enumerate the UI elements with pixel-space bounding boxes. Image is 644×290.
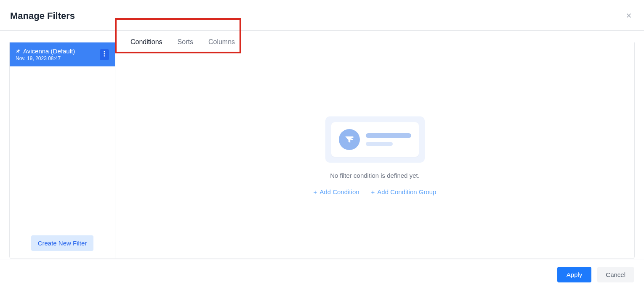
placeholder-line-2 bbox=[366, 142, 393, 146]
add-condition-group-label: Add Condition Group bbox=[377, 188, 436, 195]
plus-icon: + bbox=[314, 188, 317, 195]
close-icon bbox=[625, 11, 632, 21]
empty-state-message: No filter condition is defined yet. bbox=[330, 172, 420, 179]
filters-sidebar: Avicenna (Default) Nov. 19, 2023 08:47 C… bbox=[9, 42, 115, 259]
add-condition-label: Add Condition bbox=[319, 188, 359, 195]
conditions-content: No filter condition is defined yet. + Ad… bbox=[115, 53, 634, 258]
cancel-button[interactable]: Cancel bbox=[597, 267, 634, 282]
apply-button[interactable]: Apply bbox=[557, 267, 592, 282]
modal-footer: Apply Cancel bbox=[0, 259, 644, 290]
create-filter-wrap: Create New Filter bbox=[10, 228, 115, 258]
filter-item-avicenna[interactable]: Avicenna (Default) Nov. 19, 2023 08:47 bbox=[10, 42, 115, 66]
create-new-filter-button[interactable]: Create New Filter bbox=[31, 235, 94, 251]
plus-icon: + bbox=[371, 188, 375, 195]
filter-item-timestamp: Nov. 19, 2023 08:47 bbox=[16, 55, 75, 61]
filter-item-more-button[interactable] bbox=[100, 49, 109, 60]
filter-item-text: Avicenna (Default) Nov. 19, 2023 08:47 bbox=[16, 47, 100, 61]
modal-body: Avicenna (Default) Nov. 19, 2023 08:47 C… bbox=[0, 31, 644, 259]
empty-state-actions: + Add Condition + Add Condition Group bbox=[314, 188, 436, 195]
add-condition-button[interactable]: + Add Condition bbox=[314, 188, 359, 195]
empty-state-inner bbox=[331, 122, 419, 157]
tab-conditions[interactable]: Conditions bbox=[123, 31, 170, 53]
filter-list: Avicenna (Default) Nov. 19, 2023 08:47 bbox=[10, 42, 115, 228]
modal-title: Manage Filters bbox=[10, 11, 75, 21]
tabs-row: Conditions Sorts Columns bbox=[115, 31, 634, 53]
filter-editor-main: Conditions Sorts Columns bbox=[115, 42, 635, 259]
filter-icon bbox=[339, 129, 360, 150]
placeholder-lines bbox=[366, 133, 411, 146]
empty-state-illustration bbox=[325, 116, 425, 163]
more-vertical-icon bbox=[104, 51, 105, 58]
svg-point-2 bbox=[104, 55, 105, 56]
close-button[interactable] bbox=[624, 10, 634, 22]
modal-header: Manage Filters bbox=[0, 0, 644, 31]
filter-item-name: Avicenna (Default) bbox=[23, 47, 75, 55]
svg-point-1 bbox=[104, 53, 105, 54]
tab-sorts[interactable]: Sorts bbox=[170, 31, 201, 53]
svg-rect-3 bbox=[351, 137, 354, 138]
tab-columns[interactable]: Columns bbox=[201, 31, 242, 53]
placeholder-line-1 bbox=[366, 133, 411, 138]
manage-filters-modal: Manage Filters Avicenna (Defau bbox=[0, 0, 644, 290]
svg-point-0 bbox=[104, 51, 105, 52]
pin-icon bbox=[16, 49, 21, 54]
add-condition-group-button[interactable]: + Add Condition Group bbox=[371, 188, 436, 195]
svg-rect-4 bbox=[351, 139, 353, 140]
